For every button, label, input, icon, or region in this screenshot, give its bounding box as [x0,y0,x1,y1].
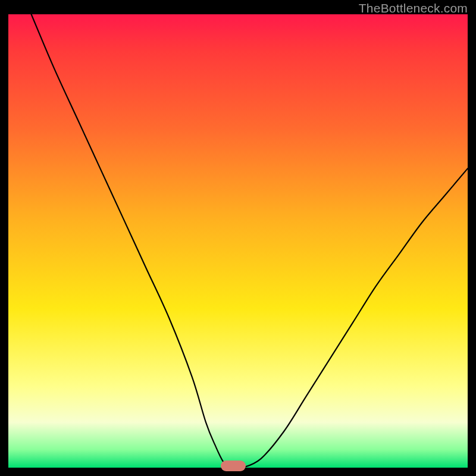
watermark-text: TheBottleneck.com [359,1,468,15]
chart-frame [8,14,468,468]
minimum-marker [221,461,246,471]
bottleneck-curve [8,14,468,468]
